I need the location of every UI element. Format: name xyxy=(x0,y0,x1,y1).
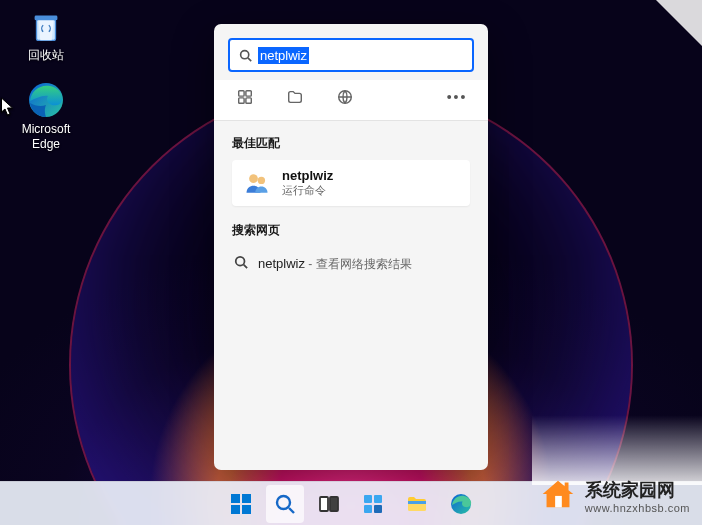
svg-point-9 xyxy=(249,174,258,183)
filter-documents[interactable] xyxy=(284,86,306,108)
search-icon xyxy=(238,48,252,62)
filter-web[interactable] xyxy=(334,86,356,108)
search-filter-row: ••• xyxy=(214,80,488,121)
svg-rect-15 xyxy=(242,505,251,514)
svg-rect-12 xyxy=(231,494,240,503)
best-match-header: 最佳匹配 xyxy=(232,135,470,152)
edge-icon xyxy=(26,80,66,120)
edge-label: Microsoft Edge xyxy=(10,122,82,151)
best-match-section: 最佳匹配 netplwiz 运行命令 xyxy=(214,121,488,212)
watermark: 系统家园网 www.hnzxhbsb.com xyxy=(533,471,694,521)
result-title: netplwiz xyxy=(282,168,333,183)
taskbar-search[interactable] xyxy=(266,485,304,523)
edge-taskbar[interactable] xyxy=(442,485,480,523)
start-button[interactable] xyxy=(222,485,260,523)
svg-rect-24 xyxy=(408,501,426,504)
svg-point-16 xyxy=(277,496,290,509)
web-search-result[interactable]: netplwiz - 查看网络搜索结果 xyxy=(232,247,470,281)
web-section: 搜索网页 netplwiz - 查看网络搜索结果 xyxy=(214,212,488,287)
corner-fold xyxy=(656,0,702,46)
web-result-term: netplwiz xyxy=(258,256,305,271)
svg-rect-22 xyxy=(374,505,382,513)
svg-point-3 xyxy=(240,50,248,58)
recycle-bin-icon xyxy=(27,8,65,46)
svg-rect-7 xyxy=(246,98,251,103)
result-subtitle: 运行命令 xyxy=(282,183,333,198)
widgets[interactable] xyxy=(354,485,392,523)
svg-rect-14 xyxy=(231,505,240,514)
task-view[interactable] xyxy=(310,485,348,523)
web-header: 搜索网页 xyxy=(232,222,470,239)
microsoft-edge[interactable]: Microsoft Edge xyxy=(10,80,82,151)
svg-rect-21 xyxy=(364,505,372,513)
web-result-suffix: - 查看网络搜索结果 xyxy=(305,257,412,271)
start-search-panel: netplwiz ••• 最佳匹配 netplwiz xyxy=(214,24,488,470)
search-icon xyxy=(234,255,248,273)
svg-rect-19 xyxy=(364,495,372,503)
filter-apps[interactable] xyxy=(234,86,256,108)
watermark-url: www.hnzxhbsb.com xyxy=(585,502,690,514)
search-input-text[interactable]: netplwiz xyxy=(258,47,309,64)
best-match-result[interactable]: netplwiz 运行命令 xyxy=(232,160,470,206)
mouse-cursor xyxy=(0,97,15,121)
svg-rect-4 xyxy=(239,91,244,96)
svg-point-10 xyxy=(258,177,265,184)
svg-rect-17 xyxy=(320,497,328,511)
house-icon xyxy=(537,473,579,519)
recycle-bin-label: 回收站 xyxy=(28,48,64,62)
desktop-wallpaper: 回收站 Microsoft Edge netplwiz xyxy=(0,0,702,525)
svg-point-11 xyxy=(236,257,245,266)
svg-rect-18 xyxy=(330,497,338,511)
search-box[interactable]: netplwiz xyxy=(228,38,474,72)
svg-rect-1 xyxy=(35,16,58,21)
users-icon xyxy=(242,168,272,198)
desktop-icons: 回收站 Microsoft Edge xyxy=(10,8,82,151)
svg-rect-6 xyxy=(239,98,244,103)
svg-rect-5 xyxy=(246,91,251,96)
svg-rect-26 xyxy=(555,496,562,507)
svg-rect-20 xyxy=(374,495,382,503)
recycle-bin[interactable]: 回收站 xyxy=(10,8,82,62)
watermark-title: 系统家园网 xyxy=(585,478,690,502)
file-explorer[interactable] xyxy=(398,485,436,523)
svg-rect-13 xyxy=(242,494,251,503)
filter-more[interactable]: ••• xyxy=(446,86,468,108)
